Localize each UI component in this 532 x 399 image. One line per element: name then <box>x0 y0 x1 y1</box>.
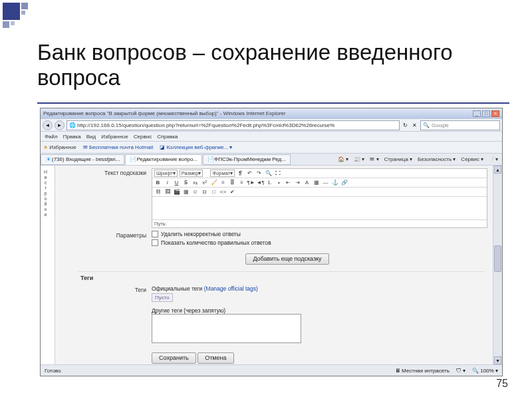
image-icon[interactable]: 🖼 <box>164 188 171 196</box>
stop-button[interactable]: ✕ <box>411 120 418 130</box>
strike-icon[interactable]: S̶ <box>182 179 190 186</box>
refresh-button[interactable]: ↻ <box>402 120 409 130</box>
checkbox-delete-incorrect[interactable]: Удалить некорректные ответы <box>152 231 487 237</box>
safety-menu[interactable]: Безопасность ▾ <box>418 156 456 162</box>
security-zone: 🖥 Местная интрасеть <box>395 368 450 374</box>
page-content: Настройки Текст подсказки Шрифт ▾ Размер… <box>41 166 493 364</box>
feed-icon[interactable]: 📰 ▾ <box>354 156 364 162</box>
bgcolor-icon[interactable]: ▦ <box>313 179 320 186</box>
other-tags-label: Другие теги (через запятую) <box>152 307 487 314</box>
tab-edit-question[interactable]: 📄 Редактирование вопро... <box>125 154 202 165</box>
back-button[interactable]: ◄ <box>43 120 53 130</box>
unlink-icon[interactable]: ⛓ <box>154 188 162 196</box>
align-right-icon[interactable]: ≡ <box>238 179 245 186</box>
manage-tags-link[interactable]: (Manage official tags) <box>204 285 258 292</box>
maximize-button[interactable]: □ <box>482 110 490 117</box>
color-icon[interactable]: A <box>303 179 311 186</box>
add-hint-button[interactable]: Добавить еще подсказку <box>245 253 329 265</box>
list-ul-icon[interactable]: • <box>275 179 283 186</box>
url-text: http://192.168.0.15/question/question.ph… <box>77 122 334 128</box>
blocks-sidebar[interactable]: Настройки <box>41 166 55 364</box>
sup-icon[interactable]: x² <box>201 179 208 186</box>
menu-view[interactable]: Вид <box>86 134 96 140</box>
other-tags-textarea[interactable] <box>152 314 301 343</box>
fav-link-hotmail[interactable]: ✉ Бесплатная почта Hotmail <box>83 144 153 150</box>
nav-toolbar: ◄ ► 🌐http://192.168.0.15/question/questi… <box>41 118 502 132</box>
browser-window: Редактирование вопроса "В закрытой форме… <box>40 108 503 376</box>
hr-icon[interactable]: — <box>322 179 329 186</box>
checkbox-show-count[interactable]: Показать количество правильных ответов <box>152 239 487 246</box>
page-menu[interactable]: Страница ▾ <box>384 156 413 162</box>
menu-help[interactable]: Справка <box>157 134 178 140</box>
scroll-down-icon[interactable]: ▼ <box>494 356 501 364</box>
clean-icon[interactable]: 🧹 <box>210 179 217 186</box>
search-box[interactable]: 🔍Google <box>420 120 500 130</box>
anchor-icon[interactable]: ⚓ <box>331 179 338 186</box>
cancel-button[interactable]: Отмена <box>198 352 233 364</box>
mail-icon[interactable]: ✉ ▾ <box>370 156 378 162</box>
scroll-thumb[interactable] <box>494 245 501 272</box>
list-ol-icon[interactable]: 1. <box>266 179 273 186</box>
forward-button[interactable]: ► <box>55 120 65 130</box>
tools-menu[interactable]: Сервис ▾ <box>461 156 483 162</box>
underline-icon[interactable]: U <box>173 179 180 186</box>
vertical-scrollbar[interactable]: ▲ ▼ <box>493 166 502 364</box>
address-bar[interactable]: 🌐http://192.168.0.15/question/question.p… <box>66 120 400 130</box>
sub-icon[interactable]: x₂ <box>192 179 199 186</box>
lang-icon[interactable]: ❡ <box>237 170 244 177</box>
undo-icon[interactable]: ↶ <box>246 170 253 177</box>
link-icon[interactable]: 🔗 <box>340 179 348 186</box>
tab-course[interactable]: 📄 ФПСЭк-ПромМенеджм Ред... <box>203 154 291 165</box>
italic-icon[interactable]: I <box>164 179 171 186</box>
spell-icon[interactable]: ✔ <box>229 188 236 196</box>
fullscreen-icon[interactable]: ⛶ <box>274 170 281 177</box>
hint-text-label: Текст подсказки <box>55 168 152 228</box>
search-placeholder: Google <box>432 122 449 128</box>
home-icon[interactable]: 🏠 ▾ <box>338 156 348 162</box>
editor-textarea[interactable] <box>152 197 487 219</box>
window-title: Редактирование вопроса "В закрытой форме… <box>43 110 473 116</box>
status-text: Готово <box>45 368 61 374</box>
favorites-bar: ★ Избранное ✉ Бесплатная почта Hotmail ◪… <box>41 142 502 154</box>
minimize-button[interactable]: _ <box>473 110 481 117</box>
bold-icon[interactable]: B <box>154 179 162 186</box>
zoom-level[interactable]: 🔍 100% ▾ <box>472 368 498 374</box>
window-titlebar[interactable]: Редактирование вопроса "В закрытой форме… <box>41 108 502 118</box>
find-icon[interactable]: 🔍 <box>265 170 272 177</box>
tags-label: Теги <box>55 285 152 344</box>
menu-edit[interactable]: Правка <box>63 134 81 140</box>
menu-file[interactable]: Файл <box>45 134 58 140</box>
media-icon[interactable]: 🎬 <box>173 188 180 196</box>
indent-icon[interactable]: ⇥ <box>294 179 301 186</box>
ltr-icon[interactable]: ¶► <box>247 179 255 186</box>
favorites-icon[interactable]: ★ <box>43 144 48 150</box>
font-select[interactable]: Шрифт ▾ <box>154 170 178 177</box>
redo-icon[interactable]: ↷ <box>255 170 263 177</box>
menu-favorites[interactable]: Избранное <box>101 134 128 140</box>
tab-inbox[interactable]: 📧 (736) Входящие - besstjan... <box>41 154 124 165</box>
table-icon[interactable]: ▦ <box>182 188 190 196</box>
scroll-up-icon[interactable]: ▲ <box>494 166 501 174</box>
align-center-icon[interactable]: ≣ <box>229 179 236 186</box>
close-button[interactable]: × <box>491 110 499 117</box>
fav-link-webslices[interactable]: ◪ Коллекция веб-фрагме... ▾ <box>160 144 232 150</box>
rtl-icon[interactable]: ◄¶ <box>257 179 264 186</box>
format-select[interactable]: Формат ▾ <box>210 170 235 177</box>
save-button[interactable]: Сохранить <box>152 352 196 364</box>
sidebar-tab-label: Настройки <box>43 170 48 217</box>
protected-mode-icon[interactable]: 🛡 ▾ <box>456 368 466 374</box>
editor-path: Путь: <box>152 219 487 227</box>
rich-text-editor: Шрифт ▾ Размер ▾ Формат ▾ ❡ ↶ ↷ 🔍 ⛶ B <box>152 168 487 228</box>
command-bar: 🏠 ▾ 📰 ▾ ✉ ▾ Страница ▾ Безопасность ▾ Се… <box>338 156 502 162</box>
char-icon[interactable]: Ω <box>201 188 208 196</box>
help-icon[interactable]: ❔▾ <box>489 156 498 162</box>
html-icon[interactable]: <> <box>219 188 227 196</box>
favorites-label[interactable]: Избранное <box>49 144 76 150</box>
nbsp-icon[interactable]: □ <box>210 188 217 196</box>
title-underline <box>37 102 509 104</box>
outdent-icon[interactable]: ⇤ <box>285 179 292 186</box>
size-select[interactable]: Размер ▾ <box>180 170 203 177</box>
menu-tools[interactable]: Сервис <box>134 134 152 140</box>
smiley-icon[interactable]: ☺ <box>192 188 199 196</box>
align-left-icon[interactable]: ≡ <box>219 179 227 186</box>
